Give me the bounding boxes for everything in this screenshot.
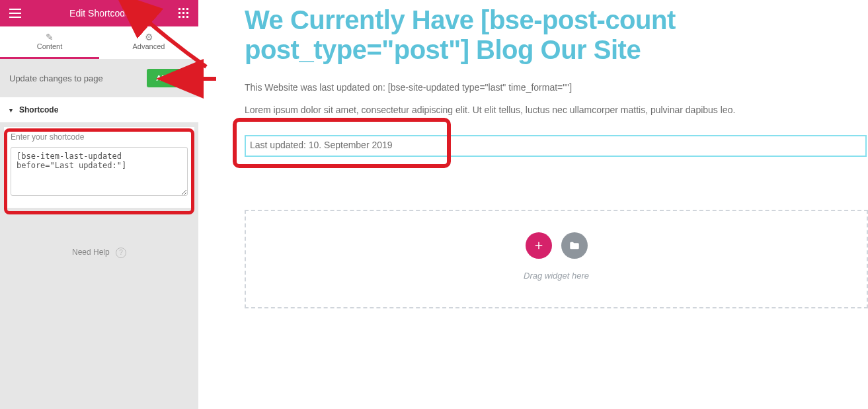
section-shortcode-label: Shortcode <box>19 105 58 114</box>
gear-icon: ⚙ <box>99 32 198 42</box>
dropzone[interactable]: Drag widget here <box>245 210 868 308</box>
dropzone-buttons <box>246 232 867 259</box>
section-shortcode-header[interactable]: ▾ Shortcode <box>0 97 198 123</box>
shortcode-widget[interactable]: Last updated: 10. September 2019 <box>245 135 867 157</box>
menu-icon[interactable] <box>9 9 21 18</box>
update-row: Update changes to page APPLY <box>0 59 198 97</box>
panel-title: Edit Shortcode <box>69 8 130 19</box>
preview-canvas: We Currently Have [bse-post-count post_t… <box>198 0 868 409</box>
page-meta-1: This Website was last updated on: [bse-s… <box>245 82 868 93</box>
shortcode-label: Enter your shortcode <box>11 132 188 142</box>
tabs: ✎ Content ⚙ Advanced <box>0 26 198 59</box>
dropzone-hint: Drag widget here <box>246 271 867 281</box>
need-help-label: Need Help <box>72 248 110 257</box>
pencil-icon: ✎ <box>0 32 99 42</box>
sidebar-header: Edit Shortcode <box>0 0 198 26</box>
apply-button[interactable]: APPLY <box>147 69 189 87</box>
selected-widget-wrap: Last updated: 10. September 2019 <box>245 135 868 157</box>
shortcode-control: Enter your shortcode <box>4 127 194 208</box>
add-widget-button[interactable] <box>526 232 552 259</box>
template-button[interactable] <box>561 232 588 259</box>
folder-icon <box>569 240 580 251</box>
need-help-link[interactable]: Need Help ? <box>0 248 198 258</box>
sidebar: Edit Shortcode ✎ Content ⚙ Advanced Upda… <box>0 0 198 409</box>
tab-content-label: Content <box>0 42 99 50</box>
plus-icon <box>533 240 545 251</box>
update-text: Update changes to page <box>9 73 103 83</box>
help-icon: ? <box>116 248 126 258</box>
page-heading: We Currently Have [bse-post-count post_t… <box>245 5 868 65</box>
apps-icon[interactable] <box>178 8 189 19</box>
shortcode-textarea[interactable] <box>11 147 188 196</box>
page-meta-2: Lorem ipsum dolor sit amet, consectetur … <box>245 105 868 115</box>
tab-content[interactable]: ✎ Content <box>0 26 99 59</box>
tab-advanced-label: Advanced <box>99 42 198 50</box>
tab-advanced[interactable]: ⚙ Advanced <box>99 26 198 59</box>
caret-down-icon: ▾ <box>9 107 13 114</box>
